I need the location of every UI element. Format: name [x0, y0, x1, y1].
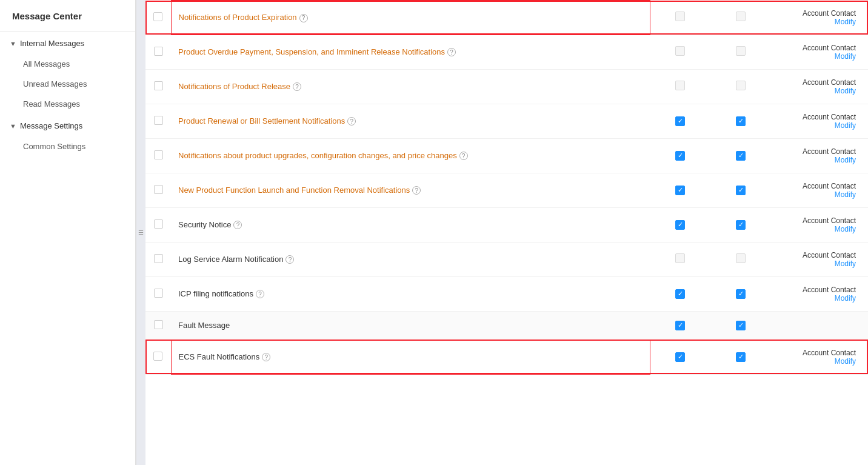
row-select-checkbox[interactable] — [154, 81, 163, 90]
sms-checkbox-cell — [650, 242, 710, 276]
contact-label: Account Contact — [778, 182, 856, 190]
notification-name: Notifications of Product Expiration — [179, 13, 297, 22]
notification-name-cell: ECS Fault Notifications? — [171, 340, 650, 374]
sidebar-collapse-button[interactable]: ☰ — [136, 0, 145, 465]
modify-link[interactable]: Modify — [778, 121, 856, 130]
sms-checkbox[interactable]: ✓ — [675, 289, 685, 299]
modify-link[interactable]: Modify — [778, 52, 856, 61]
sms-checkbox[interactable]: ✓ — [675, 220, 685, 230]
sidebar-item-all-messages[interactable]: All Messages — [0, 54, 135, 74]
contact-cell: Account ContactModify — [771, 340, 868, 374]
notification-name-cell: Product Renewal or Bill Settlement Notif… — [171, 104, 650, 138]
table-row: Notifications of Product Release?Account… — [145, 69, 868, 104]
sidebar-section-message-settings[interactable]: ▼ Message Settings — [0, 114, 135, 136]
email-checkbox[interactable]: ✓ — [736, 220, 746, 230]
email-checkbox-cell — [710, 1, 771, 35]
email-checkbox[interactable]: ✓ — [736, 289, 746, 299]
sms-checkbox-cell: ✓ — [650, 138, 710, 173]
row-select-checkbox[interactable] — [154, 150, 163, 159]
row-select-checkbox[interactable] — [154, 47, 163, 56]
row-select-checkbox[interactable] — [153, 12, 162, 21]
sms-checkbox[interactable]: ✓ — [675, 151, 685, 161]
notification-name-cell: Product Overdue Payment, Suspension, and… — [171, 35, 650, 69]
sidebar-item-unread-messages[interactable]: Unread Messages — [0, 74, 135, 94]
sidebar-title: Message Center — [0, 0, 135, 32]
modify-link[interactable]: Modify — [778, 294, 856, 303]
row-select-checkbox[interactable] — [154, 320, 163, 329]
help-icon[interactable]: ? — [262, 353, 270, 361]
contact-label: Account Contact — [778, 78, 856, 87]
contact-cell: Account ContactModify — [771, 69, 868, 104]
notification-name-cell: New Product Function Launch and Function… — [171, 173, 650, 207]
help-icon[interactable]: ? — [347, 117, 356, 125]
email-checkbox[interactable]: ✓ — [736, 151, 746, 161]
email-checkbox[interactable]: ✓ — [736, 116, 746, 126]
contact-cell: Account ContactModify — [771, 138, 868, 173]
row-select-checkbox[interactable] — [154, 289, 163, 298]
row-select-cell — [145, 242, 171, 276]
modify-link[interactable]: Modify — [778, 18, 856, 26]
email-checkbox[interactable] — [736, 46, 746, 56]
table-row: Product Overdue Payment, Suspension, and… — [145, 35, 868, 69]
row-select-cell — [145, 311, 171, 340]
row-select-checkbox[interactable] — [154, 185, 163, 194]
sms-checkbox[interactable]: ✓ — [675, 116, 685, 126]
contact-label: Account Contact — [778, 9, 856, 18]
modify-link[interactable]: Modify — [778, 87, 856, 95]
modify-link[interactable]: Modify — [778, 225, 856, 233]
help-icon[interactable]: ? — [293, 82, 301, 91]
sms-checkbox-cell: ✓ — [650, 276, 710, 311]
email-checkbox-cell: ✓ — [710, 207, 771, 242]
row-select-cell — [145, 69, 171, 104]
email-checkbox-cell — [710, 69, 771, 104]
sidebar: Message Center ▼ Internal Messages All M… — [0, 0, 136, 465]
help-icon[interactable]: ? — [459, 152, 468, 160]
row-select-checkbox[interactable] — [153, 352, 162, 361]
email-checkbox[interactable]: ✓ — [736, 352, 746, 362]
sms-checkbox[interactable] — [675, 253, 685, 263]
notification-name: Security Notice — [178, 220, 231, 229]
notification-name-cell: Notifications of Product Release? — [171, 69, 650, 104]
row-select-checkbox[interactable] — [154, 219, 163, 229]
sms-checkbox[interactable]: ✓ — [675, 352, 685, 362]
notification-name: New Product Function Launch and Function… — [178, 186, 410, 195]
help-icon[interactable]: ? — [285, 255, 294, 264]
email-checkbox[interactable]: ✓ — [736, 321, 746, 330]
sidebar-section-internal-messages[interactable]: ▼ Internal Messages — [0, 32, 135, 54]
email-checkbox[interactable] — [736, 253, 746, 263]
help-icon[interactable]: ? — [299, 14, 308, 22]
table-row: ICP filing notifications?✓✓Account Conta… — [145, 276, 868, 311]
email-checkbox-cell: ✓ — [710, 276, 771, 311]
help-icon[interactable]: ? — [233, 221, 242, 229]
row-select-cell — [145, 276, 171, 311]
help-icon[interactable]: ? — [447, 48, 456, 56]
table-row: Notifications of Product Expiration?Acco… — [145, 1, 868, 35]
help-icon[interactable]: ? — [256, 290, 264, 298]
sms-checkbox[interactable] — [675, 12, 685, 21]
help-icon[interactable]: ? — [412, 186, 421, 195]
email-checkbox[interactable]: ✓ — [736, 186, 746, 195]
email-checkbox-cell: ✓ — [710, 138, 771, 173]
email-checkbox[interactable] — [736, 12, 746, 21]
sms-checkbox[interactable]: ✓ — [675, 186, 685, 195]
row-select-cell — [145, 138, 171, 173]
notification-name-cell: Fault Message — [171, 311, 650, 340]
modify-link[interactable]: Modify — [778, 190, 856, 199]
sms-checkbox[interactable]: ✓ — [675, 321, 685, 330]
row-select-checkbox[interactable] — [154, 254, 163, 263]
email-checkbox-cell: ✓ — [710, 311, 771, 340]
email-checkbox-cell: ✓ — [710, 104, 771, 138]
notification-name: Notifications of Product Release — [178, 82, 290, 91]
row-select-checkbox[interactable] — [154, 116, 163, 125]
sms-checkbox[interactable] — [675, 81, 685, 90]
sidebar-item-read-messages[interactable]: Read Messages — [0, 94, 135, 114]
modify-link[interactable]: Modify — [778, 357, 856, 366]
table-row: Product Renewal or Bill Settlement Notif… — [145, 104, 868, 138]
notification-name-cell: Security Notice? — [171, 207, 650, 242]
modify-link[interactable]: Modify — [778, 259, 856, 268]
modify-link[interactable]: Modify — [778, 156, 856, 164]
sidebar-item-common-settings[interactable]: Common Settings — [0, 136, 135, 156]
contact-label: Account Contact — [778, 113, 856, 121]
sms-checkbox[interactable] — [675, 46, 685, 56]
email-checkbox[interactable] — [736, 81, 746, 90]
